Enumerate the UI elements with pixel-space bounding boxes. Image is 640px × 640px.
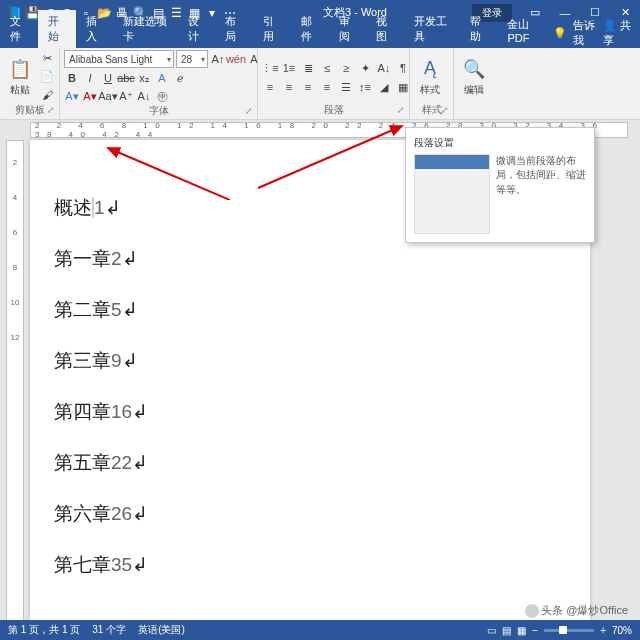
underline-icon[interactable]: U — [100, 70, 116, 86]
tab-view[interactable]: 视图 — [366, 10, 404, 48]
line-spacing-icon[interactable]: ↕≡ — [357, 79, 373, 95]
search-icon: 🔍 — [462, 57, 486, 81]
tab-file[interactable]: 文件 — [0, 10, 38, 48]
doc-line: 第五章22↲ — [54, 450, 566, 476]
doc-line: 第六章26↲ — [54, 501, 566, 527]
italic-icon[interactable]: I — [82, 70, 98, 86]
enclose-icon[interactable]: A⁺ — [118, 88, 134, 104]
show-marks-icon[interactable]: ¶ — [395, 60, 411, 76]
indent-inc-icon[interactable]: ≥ — [338, 60, 354, 76]
tab-layout[interactable]: 布局 — [215, 10, 253, 48]
styles-button[interactable]: Ą样式 — [414, 55, 446, 99]
tell-me-icon: 💡 — [553, 27, 567, 40]
zoom-level[interactable]: 70% — [612, 625, 632, 636]
clipboard-launcher-icon[interactable]: ⤢ — [47, 105, 55, 115]
numbering-icon[interactable]: 1≡ — [281, 60, 297, 76]
cut-icon[interactable]: ✂ — [39, 51, 55, 67]
tooltip-title: 段落设置 — [414, 136, 586, 150]
zoom-in-icon[interactable]: + — [600, 625, 606, 636]
paragraph-launcher-icon[interactable]: ⤢ — [397, 105, 405, 115]
asian-layout-icon[interactable]: ✦ — [357, 60, 373, 76]
view-print-icon[interactable]: ▤ — [502, 625, 511, 636]
strike-icon[interactable]: abc — [118, 70, 134, 86]
view-web-icon[interactable]: ▦ — [517, 625, 526, 636]
paragraph-settings-tooltip: 段落设置 微调当前段落的布局，包括间距、缩进等等。 — [405, 127, 595, 243]
doc-line: 第七章35↲ — [54, 552, 566, 578]
bold-icon[interactable]: B — [64, 70, 80, 86]
tell-me[interactable]: 告诉我 — [573, 18, 597, 48]
tab-newtab[interactable]: 新建选项卡 — [113, 10, 177, 48]
editing-button[interactable]: 🔍编辑 — [458, 55, 490, 99]
paste-icon: 📋 — [8, 57, 32, 81]
shrink-font-icon[interactable]: A↓ — [136, 88, 152, 104]
tab-mail[interactable]: 邮件 — [291, 10, 329, 48]
watermark: 头条 @爆炒Office — [525, 603, 628, 618]
styles-label: 样式 — [422, 103, 442, 117]
font-label: 字体 — [149, 104, 169, 118]
tab-insert[interactable]: 插入 — [76, 10, 114, 48]
highlight-icon[interactable]: A▾ — [64, 88, 80, 104]
font-color-icon[interactable]: A▾ — [82, 88, 98, 104]
vertical-ruler[interactable]: 24681012 — [6, 140, 24, 633]
text-effects-icon[interactable]: A — [154, 70, 170, 86]
align-justify-icon[interactable]: ≡ — [319, 79, 335, 95]
styles-launcher-icon[interactable]: ⤢ — [441, 105, 449, 115]
font-launcher-icon[interactable]: ⤢ — [245, 106, 253, 116]
tab-home[interactable]: 开始 — [38, 10, 76, 48]
status-page[interactable]: 第 1 页，共 1 页 — [8, 623, 80, 637]
format-painter-icon[interactable]: 🖌 — [39, 87, 55, 103]
tab-review[interactable]: 审阅 — [329, 10, 367, 48]
styles-icon: Ą — [418, 57, 442, 81]
circle-char-icon[interactable]: ㊥ — [154, 88, 170, 104]
align-center-icon[interactable]: ≡ — [281, 79, 297, 95]
zoom-out-icon[interactable]: − — [532, 625, 538, 636]
font-family-combo[interactable]: Alibaba Sans Light — [64, 50, 174, 68]
paste-button[interactable]: 📋 粘贴 — [4, 55, 36, 99]
sort-icon[interactable]: A↓ — [376, 60, 392, 76]
tooltip-preview-icon — [414, 154, 490, 234]
tab-developer[interactable]: 开发工具 — [404, 10, 460, 48]
doc-line: 第三章9↲ — [54, 348, 566, 374]
bullets-icon[interactable]: ⋮≡ — [262, 60, 278, 76]
doc-line: 第二章5↲ — [54, 297, 566, 323]
clipboard-label: 剪贴板 — [15, 103, 45, 117]
status-words[interactable]: 31 个字 — [92, 623, 126, 637]
align-left-icon[interactable]: ≡ — [262, 79, 278, 95]
paragraph-label: 段落 — [324, 103, 344, 117]
distribute-icon[interactable]: ☰ — [338, 79, 354, 95]
grow-font-icon[interactable]: A↑ — [210, 51, 226, 67]
multilevel-icon[interactable]: ≣ — [300, 60, 316, 76]
phonetic-icon[interactable]: wén — [228, 51, 244, 67]
tab-references[interactable]: 引用 — [253, 10, 291, 48]
doc-line: 第四章16↲ — [54, 399, 566, 425]
shading-icon[interactable]: ◢ — [376, 79, 392, 95]
share-btn[interactable]: 👤 共享 — [603, 18, 632, 48]
tab-design[interactable]: 设计 — [178, 10, 216, 48]
indent-dec-icon[interactable]: ≤ — [319, 60, 335, 76]
status-lang[interactable]: 英语(美国) — [138, 623, 185, 637]
align-right-icon[interactable]: ≡ — [300, 79, 316, 95]
copy-icon[interactable]: 📄 — [39, 69, 55, 85]
clear-format-icon[interactable]: ℯ — [172, 70, 188, 86]
char-shading-icon[interactable]: Aa▾ — [100, 88, 116, 104]
doc-line: 第一章2↲ — [54, 246, 566, 272]
view-read-icon[interactable]: ▭ — [487, 625, 496, 636]
tab-help[interactable]: 帮助 — [460, 10, 498, 48]
borders-icon[interactable]: ▦ — [395, 79, 411, 95]
font-size-combo[interactable]: 28 — [176, 50, 208, 68]
zoom-slider[interactable] — [544, 629, 594, 632]
tab-jinshan[interactable]: 金山PDF — [497, 13, 553, 48]
sub-sup-icon[interactable]: x₂ — [136, 70, 152, 86]
